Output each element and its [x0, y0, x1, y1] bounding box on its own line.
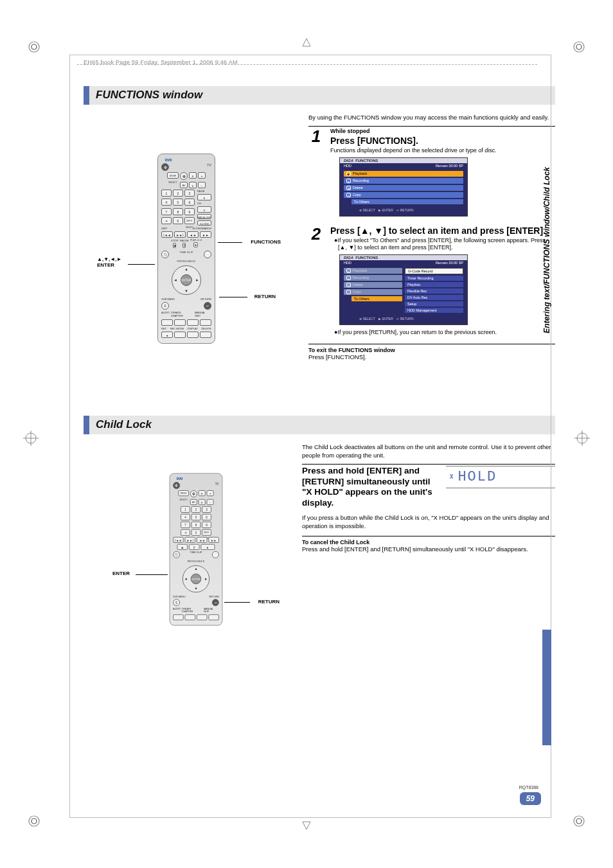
- side-running-title: Entering text/FUNCTIONS window/Child Loc…: [542, 167, 551, 333]
- ch-down: ∨: [199, 499, 206, 504]
- submenu-button: S: [173, 599, 180, 606]
- vol-down: −: [207, 499, 214, 504]
- num-2: 2: [173, 190, 183, 197]
- submenu-label: SUB MENU: [173, 595, 185, 598]
- delete-button: [200, 332, 211, 338]
- pause-button: II: [189, 544, 200, 550]
- status-button: ⓘ: [161, 251, 169, 258]
- color-btn-4: [200, 319, 211, 326]
- color-btn-3: [187, 319, 199, 326]
- page-label: PAGE: [197, 190, 211, 193]
- ch-up: ∧: [199, 490, 206, 496]
- vol-up: +: [207, 490, 214, 496]
- ch-up-button: ∧: [189, 172, 197, 179]
- num-9: 9: [184, 208, 195, 215]
- next-button: ►►I: [185, 536, 196, 542]
- svg-point-0: [29, 42, 39, 52]
- color-btn-1: [161, 319, 173, 326]
- submenu-label: SUB MENU: [161, 297, 175, 301]
- color-btn: [208, 614, 219, 620]
- power-button-icon: ⏻: [173, 482, 180, 489]
- color-btn: [185, 614, 196, 620]
- ff-button: ►►: [200, 231, 211, 238]
- rec-button: ●: [161, 332, 173, 338]
- num-3: 3: [202, 506, 211, 512]
- crop-mark-icon: [571, 39, 587, 55]
- num-7: 7: [181, 521, 190, 527]
- input-select: INPUT SELECT: [202, 529, 211, 535]
- progcheck-label: PROG/CHECK: [177, 260, 196, 263]
- num-4: 4: [161, 199, 172, 206]
- vol-up-button: +: [198, 172, 206, 179]
- crop-arrow-icon: [301, 820, 312, 831]
- input-select: INPUT SELECT: [184, 217, 195, 224]
- callout-line: [219, 297, 247, 297]
- submenu-button: S: [161, 302, 169, 310]
- prev-button: I◄◄: [161, 231, 173, 238]
- callout-return: RETURN: [254, 294, 276, 299]
- crop-arrow-icon: [301, 37, 312, 48]
- status-button: ⓘ: [173, 551, 180, 558]
- color-btn-2: [174, 319, 186, 326]
- num-0: 0: [191, 529, 201, 535]
- gcode-button: G-CODE: [197, 220, 211, 226]
- stop-label: STOP: [171, 239, 179, 242]
- recmode-button: [174, 332, 186, 338]
- dpad: ▲▼ ◄► ENTER: [182, 565, 209, 592]
- stop-button: ■: [173, 243, 176, 248]
- pause-button: II: [182, 243, 186, 248]
- num-3: 3: [184, 190, 195, 197]
- timeslip-button: [212, 551, 219, 558]
- power-button-icon: ⏻: [161, 163, 169, 171]
- crop-mark-icon: [26, 813, 42, 829]
- av-button: AV: [180, 182, 188, 188]
- audio-label: AUDIO: [173, 607, 181, 613]
- manual-label: MANUAL SKIP: [204, 607, 219, 613]
- page-down: ∨: [197, 206, 211, 213]
- remote-illustration: DVD ⏻ TV DRIVE SELECT ⏻ ∧ + AV: [93, 114, 280, 384]
- callout-line: [136, 574, 168, 575]
- callout-line: [128, 264, 155, 265]
- num-0: 0: [173, 217, 183, 224]
- dvd-label: DVD: [165, 158, 172, 162]
- num-5: 5: [191, 513, 201, 520]
- svg-point-5: [31, 819, 37, 824]
- svg-point-3: [576, 44, 582, 49]
- page-number: 59: [520, 792, 541, 805]
- timeslip-button: [204, 251, 211, 258]
- tv-power-button: ⏻: [190, 490, 197, 497]
- next-button: ►►I: [174, 231, 186, 238]
- return-button: ↩: [212, 599, 219, 606]
- num-9: 9: [202, 521, 211, 527]
- num-1: 1: [181, 506, 190, 512]
- manual-skip: MANUAL SKIP: [197, 214, 211, 219]
- callout-functions: FUNCTIONS: [251, 239, 281, 245]
- page-up: ∧: [197, 194, 211, 200]
- color-btn: [173, 614, 184, 620]
- num-8: 8: [191, 521, 201, 527]
- ff-button: ►►: [208, 536, 219, 542]
- tv-label: TV: [215, 482, 219, 489]
- display-button: [187, 332, 199, 338]
- drive-select-button: DRIVE SELECT: [178, 490, 189, 496]
- svg-point-2: [574, 42, 584, 52]
- play-button: ►: [200, 544, 215, 550]
- enter-button: ENTER: [191, 573, 202, 584]
- crop-mark-icon: [26, 39, 42, 55]
- ch-label: CH: [197, 202, 211, 205]
- stop-button: ■: [177, 544, 188, 550]
- display-label: DISPLAY: [188, 327, 199, 330]
- return-label: RETURN: [209, 595, 219, 598]
- delete-label: DELETE: [201, 327, 211, 330]
- pause-label: PAUSE: [180, 239, 189, 242]
- num-ast: ✳: [181, 529, 190, 535]
- timeslip-label: TIME SLIP: [190, 551, 202, 558]
- crop-target-icon: [574, 430, 590, 446]
- rew-button: ◄◄: [187, 231, 199, 238]
- drive-select-button: DRIVE SELECT: [167, 172, 179, 179]
- svg-point-4: [29, 816, 39, 826]
- play-label: PLAY x1.3: [190, 239, 202, 242]
- crop-mark-icon: [571, 813, 587, 829]
- dvd-label: DVD: [177, 477, 183, 481]
- rew-button: ◄◄: [197, 536, 208, 542]
